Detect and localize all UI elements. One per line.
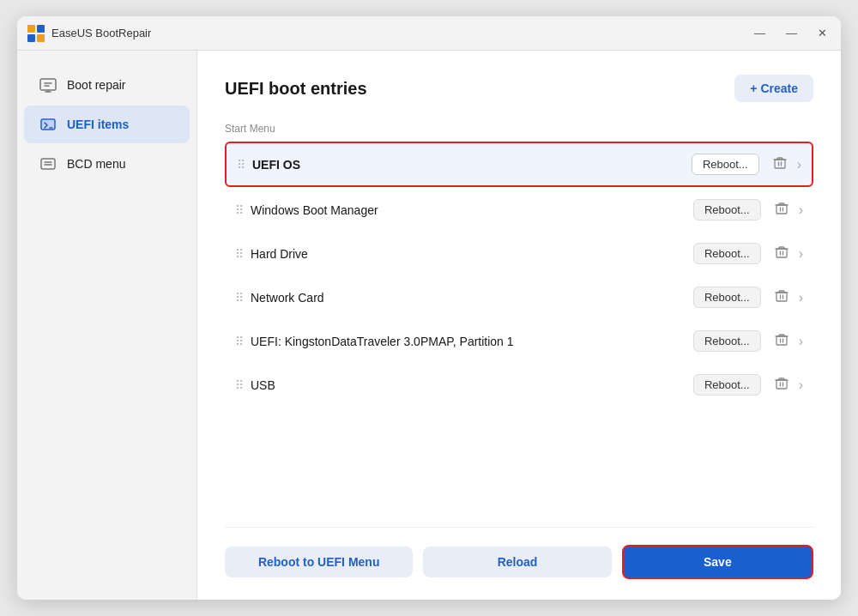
entry-name-uefi-os: UEFI OS <box>252 158 692 172</box>
maximize-button[interactable]: — <box>782 24 801 42</box>
svg-rect-13 <box>776 380 787 389</box>
entry-row-hard-drive[interactable]: ⠿ Hard Drive Reboot... › <box>225 233 813 275</box>
reboot-btn-usb[interactable]: Reboot... <box>693 374 761 396</box>
entry-name-windows-boot-manager: Windows Boot Manager <box>251 203 693 217</box>
entry-row-windows-boot-manager[interactable]: ⠿ Windows Boot Manager Reboot... › <box>225 189 813 231</box>
entry-row-uefi-kingston[interactable]: ⠿ UEFI: KingstonDataTraveler 3.0PMAP, Pa… <box>225 320 813 362</box>
sidebar-boot-repair-label: Boot repair <box>67 78 125 92</box>
chevron-uefi-kingston[interactable]: › <box>799 334 803 349</box>
app-title: EaseUS BootRepair <box>51 27 151 39</box>
svg-rect-8 <box>775 160 785 168</box>
entry-row-usb[interactable]: ⠿ USB Reboot... › <box>225 364 813 406</box>
reboot-uefi-menu-button[interactable]: Reboot to UEFI Menu <box>225 547 413 577</box>
entry-name-usb: USB <box>251 378 693 392</box>
sidebar-item-bcd-menu[interactable]: BCD menu <box>24 145 190 183</box>
sidebar-bcd-menu-label: BCD menu <box>67 157 125 171</box>
content-footer: Reboot to UEFI Menu Reload Save <box>225 527 813 579</box>
reboot-btn-uefi-os[interactable]: Reboot... <box>692 154 759 175</box>
reboot-btn-network-card[interactable]: Reboot... <box>693 287 761 308</box>
entry-name-network-card: Network Card <box>251 291 693 305</box>
delete-btn-usb[interactable] <box>770 375 794 396</box>
svg-rect-11 <box>776 293 787 301</box>
svg-rect-1 <box>37 25 45 33</box>
delete-btn-uefi-os[interactable] <box>768 154 792 175</box>
page-title: UEFI boot entries <box>225 79 367 99</box>
sidebar: Boot repair UEFI items <box>17 51 197 600</box>
svg-rect-4 <box>40 79 56 90</box>
sidebar-item-boot-repair[interactable]: Boot repair <box>24 66 190 104</box>
drag-handle-usb: ⠿ <box>235 378 242 392</box>
entry-row-uefi-os[interactable]: ⠿ UEFI OS Reboot... › <box>225 142 813 187</box>
reboot-btn-windows-boot-manager[interactable]: Reboot... <box>693 199 761 220</box>
delete-btn-windows-boot-manager[interactable] <box>770 200 794 220</box>
sidebar-uefi-items-label: UEFI items <box>67 118 129 131</box>
section-label: Start Menu <box>225 123 813 135</box>
entry-row-network-card[interactable]: ⠿ Network Card Reboot... › <box>225 276 813 318</box>
minimize-button[interactable]: — <box>751 24 769 42</box>
drag-handle-hard-drive: ⠿ <box>235 247 242 261</box>
svg-rect-12 <box>776 336 787 345</box>
svg-rect-10 <box>776 249 787 257</box>
svg-rect-0 <box>27 25 35 33</box>
chevron-hard-drive[interactable]: › <box>799 246 803 262</box>
delete-btn-network-card[interactable] <box>770 287 794 308</box>
drag-handle-network-card: ⠿ <box>235 291 242 305</box>
boot-repair-icon <box>38 75 58 95</box>
delete-btn-uefi-kingston[interactable] <box>770 331 794 352</box>
app-logo <box>27 25 45 42</box>
create-button[interactable]: + Create <box>734 75 813 102</box>
content-header: UEFI boot entries + Create <box>225 75 813 102</box>
sidebar-item-uefi-items[interactable]: UEFI items <box>24 106 190 143</box>
app-window: EaseUS BootRepair — — ✕ Boot repair <box>17 16 841 600</box>
chevron-network-card[interactable]: › <box>799 290 803 305</box>
chevron-usb[interactable]: › <box>799 377 803 393</box>
reboot-btn-uefi-kingston[interactable]: Reboot... <box>693 330 761 352</box>
save-button[interactable]: Save <box>622 545 813 579</box>
reload-button[interactable]: Reload <box>423 547 611 577</box>
reboot-btn-hard-drive[interactable]: Reboot... <box>693 243 761 264</box>
window-controls: — — ✕ <box>751 24 831 42</box>
content-area: UEFI boot entries + Create Start Menu ⠿ … <box>197 51 841 600</box>
drag-handle-uefi-os: ⠿ <box>237 158 244 172</box>
delete-btn-hard-drive[interactable] <box>770 244 794 264</box>
entries-list: ⠿ UEFI OS Reboot... › ⠿ <box>225 142 813 520</box>
bcd-menu-icon <box>38 154 58 174</box>
svg-rect-2 <box>27 34 35 42</box>
chevron-windows-boot-manager[interactable]: › <box>799 202 803 218</box>
drag-handle-uefi-kingston: ⠿ <box>235 335 242 348</box>
svg-rect-7 <box>41 159 55 169</box>
entry-name-uefi-kingston: UEFI: KingstonDataTraveler 3.0PMAP, Part… <box>251 335 693 348</box>
chevron-uefi-os[interactable]: › <box>797 157 801 172</box>
title-bar: EaseUS BootRepair — — ✕ <box>17 16 841 51</box>
close-button[interactable]: ✕ <box>814 24 831 42</box>
entry-name-hard-drive: Hard Drive <box>251 247 693 261</box>
main-layout: Boot repair UEFI items <box>17 51 841 600</box>
svg-rect-3 <box>37 34 45 42</box>
drag-handle-windows-boot-manager: ⠿ <box>235 203 242 217</box>
svg-rect-9 <box>776 205 787 214</box>
uefi-items-icon <box>38 114 58 135</box>
